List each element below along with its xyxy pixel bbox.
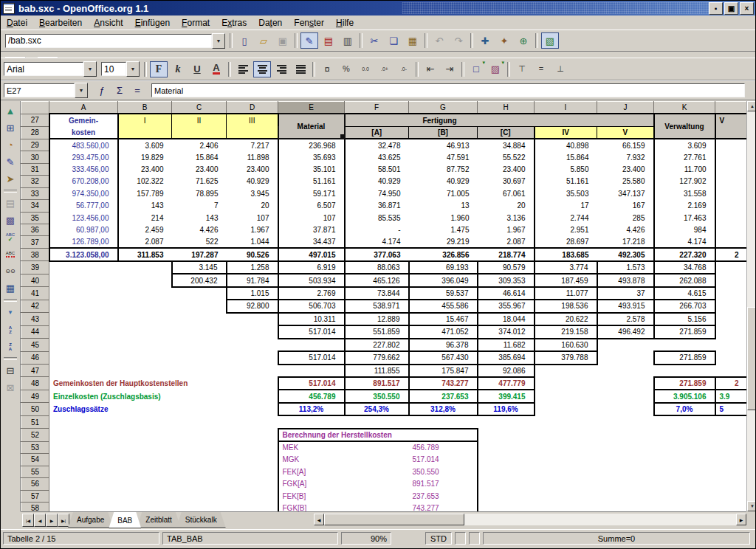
row-header-49[interactable]: 49: [21, 390, 49, 402]
cell[interactable]: 4.426: [597, 224, 654, 236]
cell[interactable]: 3.609: [654, 139, 715, 151]
cell[interactable]: [654, 490, 715, 502]
cell[interactable]: [715, 503, 747, 512]
cell[interactable]: 92.086: [478, 365, 535, 377]
cell[interactable]: 522: [172, 236, 227, 248]
cell[interactable]: [478, 429, 535, 441]
cell[interactable]: 107: [278, 212, 345, 224]
scroll-left-icon[interactable]: ◀: [314, 514, 324, 525]
cell[interactable]: FGK[B]: [278, 503, 409, 512]
cell[interactable]: 517.014: [278, 325, 345, 338]
cell[interactable]: 37: [597, 287, 654, 300]
row-header-48[interactable]: 48: [21, 377, 49, 390]
menu-item-bearbeiten[interactable]: Bearbeiten: [33, 17, 88, 29]
cell[interactable]: 227.320: [654, 248, 715, 260]
cell[interactable]: [654, 478, 715, 490]
cell[interactable]: 497.015: [278, 248, 345, 260]
cell[interactable]: 7: [172, 200, 227, 212]
column-header-g[interactable]: G: [409, 102, 478, 114]
cell[interactable]: 974.350,00: [49, 187, 118, 199]
cell[interactable]: 214: [118, 212, 172, 224]
cell[interactable]: [654, 339, 715, 351]
vertical-scrollbar[interactable]: ▲ ▼: [746, 101, 756, 511]
menu-item-ansicht[interactable]: Ansicht: [88, 17, 128, 29]
cell[interactable]: [A]: [345, 126, 409, 139]
cell[interactable]: 7,0%: [654, 403, 715, 415]
sort-ascending-icon[interactable]: AZ: [2, 322, 18, 337]
datasources-icon[interactable]: ▦: [2, 280, 18, 296]
cell[interactable]: 17.218: [597, 236, 654, 248]
cell[interactable]: [278, 415, 345, 428]
draw-functions-icon[interactable]: ✎: [2, 154, 18, 170]
align-bottom-icon[interactable]: ⊥: [551, 61, 569, 77]
row-header-54[interactable]: 54: [21, 454, 49, 466]
cell[interactable]: 2.951: [535, 224, 597, 236]
cell[interactable]: [715, 187, 747, 199]
cell[interactable]: [172, 466, 227, 477]
sheet-tab-zeitblatt[interactable]: Zeitblatt: [137, 512, 181, 528]
cell[interactable]: [715, 351, 747, 364]
cell[interactable]: 891.517: [345, 377, 409, 390]
row-header-55[interactable]: 55: [21, 466, 49, 477]
cell[interactable]: [597, 403, 654, 415]
row-header-52[interactable]: 52: [21, 429, 49, 441]
cell[interactable]: 27.761: [654, 151, 715, 163]
restore-icon[interactable]: ▣: [724, 2, 738, 15]
cell[interactable]: [172, 351, 227, 364]
cell[interactable]: [172, 390, 227, 402]
scroll-up-icon[interactable]: ▲: [747, 101, 756, 111]
cell[interactable]: 59.171: [278, 187, 345, 199]
cell[interactable]: 5.156: [654, 313, 715, 325]
menu-item-daten[interactable]: Daten: [252, 17, 288, 29]
navigator-icon[interactable]: ✚: [476, 32, 494, 49]
cell[interactable]: 23.400: [597, 163, 654, 175]
background-color-icon[interactable]: ▨: [487, 61, 504, 77]
cell[interactable]: [715, 212, 747, 224]
cell[interactable]: 23.400: [118, 163, 172, 175]
cell[interactable]: 3.9: [715, 390, 747, 402]
cell[interactable]: 43.625: [345, 151, 409, 163]
cell[interactable]: 2.459: [118, 224, 172, 236]
column-header-h[interactable]: H: [478, 102, 535, 114]
cell[interactable]: [118, 415, 172, 428]
cell[interactable]: 40.929: [409, 176, 478, 187]
cell[interactable]: 88.063: [345, 261, 409, 274]
cell[interactable]: [118, 441, 172, 453]
cell[interactable]: FEK[A]: [278, 466, 409, 477]
cell[interactable]: 311.853: [118, 248, 172, 260]
cell[interactable]: [118, 466, 172, 477]
cell[interactable]: [172, 365, 227, 377]
cell[interactable]: 2: [715, 248, 747, 260]
cell[interactable]: 5: [715, 403, 747, 415]
cell[interactable]: [535, 454, 597, 466]
cell[interactable]: 91.784: [227, 274, 278, 286]
cell[interactable]: 355.967: [478, 300, 535, 312]
cell[interactable]: 73.844: [345, 287, 409, 300]
cell[interactable]: [C]: [478, 126, 535, 139]
row-header-36[interactable]: 36: [21, 224, 49, 236]
cell[interactable]: [49, 503, 118, 512]
cell[interactable]: [715, 126, 747, 139]
cell[interactable]: [535, 403, 597, 415]
font-name-input[interactable]: [4, 62, 83, 76]
cell[interactable]: 90.579: [478, 261, 535, 274]
cell[interactable]: 35.101: [278, 163, 345, 175]
cell[interactable]: 218.774: [478, 248, 535, 260]
cell[interactable]: 266.703: [654, 300, 715, 312]
cell[interactable]: [715, 139, 747, 151]
cell[interactable]: MEK: [278, 441, 409, 453]
cell[interactable]: 455.586: [409, 300, 478, 312]
menu-item-fenster[interactable]: Fenster: [288, 17, 330, 29]
cell[interactable]: 271.859: [654, 351, 715, 364]
cell[interactable]: [597, 478, 654, 490]
cell[interactable]: Einzelkosten (Zuschlagsbasis): [49, 390, 118, 402]
cell[interactable]: 3.145: [172, 261, 227, 274]
cell[interactable]: 465.126: [345, 274, 409, 286]
menu-item-hilfe[interactable]: Hilfe: [330, 17, 360, 29]
cell[interactable]: 743.277: [409, 377, 478, 390]
select-all-corner[interactable]: [21, 102, 49, 114]
row-header-46[interactable]: 46: [21, 351, 49, 364]
form-controls-icon[interactable]: ➤: [2, 171, 18, 187]
cell[interactable]: [715, 339, 747, 351]
cell[interactable]: 483.560,00: [49, 139, 118, 151]
